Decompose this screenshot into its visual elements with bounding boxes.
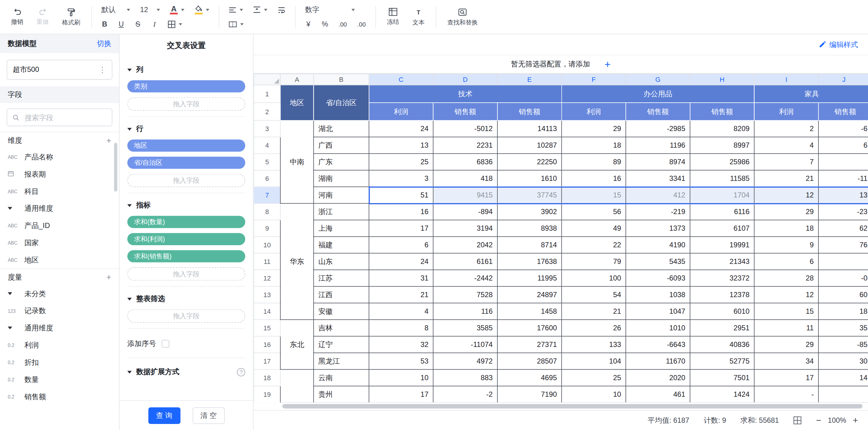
field-item[interactable]: 123记录数: [0, 302, 119, 319]
data-cell[interactable]: 3: [369, 170, 433, 187]
field-item[interactable]: 0.2数量: [0, 371, 119, 388]
field-chip[interactable]: 地区: [127, 140, 245, 152]
field-item[interactable]: ABC地区: [0, 251, 119, 269]
data-cell[interactable]: 1458: [497, 303, 562, 320]
add-filter-icon[interactable]: +: [604, 59, 610, 69]
data-cell[interactable]: [818, 154, 868, 170]
field-chip[interactable]: 省/自治区: [127, 157, 245, 169]
horizontal-align-button[interactable]: [225, 4, 247, 16]
data-cell[interactable]: 13: [818, 187, 868, 204]
province-cell[interactable]: 湖南: [313, 170, 369, 187]
add-sequence-checkbox[interactable]: [162, 340, 169, 347]
data-cell[interactable]: 2020: [626, 369, 690, 386]
data-cell[interactable]: 1373: [626, 220, 690, 237]
switch-model-link[interactable]: 切换: [97, 39, 112, 49]
province-cell[interactable]: 黑龙江: [313, 353, 369, 369]
zoom-in-button[interactable]: +: [853, 416, 858, 425]
data-cell[interactable]: 11585: [690, 170, 754, 187]
data-cell[interactable]: 7528: [433, 286, 497, 303]
data-cell[interactable]: 18: [818, 303, 868, 320]
column-header-G[interactable]: G: [626, 74, 690, 85]
data-cell[interactable]: 133: [561, 336, 626, 353]
row-header-11[interactable]: 11: [254, 253, 280, 270]
field-item[interactable]: 0.2折扣: [0, 354, 119, 371]
data-cell[interactable]: -219: [626, 204, 690, 220]
text-insert-button[interactable]: T 文本: [407, 2, 430, 31]
province-cell[interactable]: 江苏: [313, 270, 369, 286]
data-cell[interactable]: 104: [561, 353, 626, 369]
data-cell[interactable]: 6: [754, 253, 818, 270]
data-cell[interactable]: -2: [433, 386, 497, 402]
data-cell[interactable]: -11074: [433, 336, 497, 353]
data-cell[interactable]: 3902: [497, 204, 562, 220]
data-cell[interactable]: -11: [818, 170, 868, 187]
data-cell[interactable]: 4: [369, 303, 433, 320]
format-painter-button[interactable]: 格式刷: [57, 2, 86, 31]
data-cell[interactable]: 35: [818, 319, 868, 336]
data-cell[interactable]: 62: [818, 220, 868, 237]
row-header-6[interactable]: 6: [254, 170, 280, 187]
field-chip[interactable]: 求和(利润): [127, 233, 245, 245]
select-all-corner[interactable]: [254, 74, 280, 85]
column-header-B[interactable]: B: [313, 74, 369, 85]
data-cell[interactable]: 6116: [690, 204, 754, 220]
find-replace-button[interactable]: 查找和替换: [442, 2, 483, 31]
data-cell[interactable]: 11670: [626, 353, 690, 369]
data-cell[interactable]: 16: [369, 204, 433, 220]
data-cell[interactable]: 29: [561, 121, 626, 137]
data-cell[interactable]: 17: [369, 220, 433, 237]
column-header-H[interactable]: H: [690, 74, 754, 85]
font-family-select[interactable]: 默认: [98, 4, 134, 16]
row-header-9[interactable]: 9: [254, 220, 280, 237]
row-header-15[interactable]: 15: [254, 319, 280, 336]
row-header-10[interactable]: 10: [254, 237, 280, 253]
data-cell[interactable]: 21: [369, 286, 433, 303]
data-cell[interactable]: 32372: [690, 270, 754, 286]
province-cell[interactable]: 广东: [313, 154, 369, 170]
field-chip[interactable]: 求和(数量): [127, 216, 245, 228]
data-cell[interactable]: 29: [754, 336, 818, 353]
more-options-icon[interactable]: ⋮: [98, 65, 106, 74]
data-cell[interactable]: 22250: [497, 154, 562, 170]
data-cell[interactable]: 6010: [690, 303, 754, 320]
data-cell[interactable]: 40836: [690, 336, 754, 353]
edit-style-link[interactable]: 编辑样式: [819, 39, 858, 50]
data-cell[interactable]: 4190: [626, 237, 690, 253]
data-cell[interactable]: 412: [626, 187, 690, 204]
font-size-select[interactable]: 12: [136, 4, 164, 16]
query-button[interactable]: 查 询: [148, 407, 180, 424]
province-cell[interactable]: 广西: [313, 137, 369, 154]
data-cell[interactable]: 7: [754, 154, 818, 170]
underline-button[interactable]: U: [114, 18, 129, 30]
field-chip[interactable]: 求和(销售额): [127, 250, 245, 262]
data-cell[interactable]: 25: [369, 154, 433, 170]
data-cell[interactable]: 28507: [497, 353, 562, 369]
sheet-view-icon[interactable]: [794, 416, 802, 424]
data-cell[interactable]: 17638: [497, 253, 562, 270]
data-cell[interactable]: 6: [818, 137, 868, 154]
drop-field-zone[interactable]: 拖入字段: [127, 309, 245, 323]
number-format-select[interactable]: 数字: [301, 4, 359, 16]
row-header-3[interactable]: 3: [254, 121, 280, 137]
row-header-19[interactable]: 19: [254, 386, 280, 402]
column-header-I[interactable]: I: [754, 74, 818, 85]
data-cell[interactable]: -2442: [433, 270, 497, 286]
data-cell[interactable]: 11995: [497, 270, 562, 286]
redo-button[interactable]: 重做: [31, 2, 54, 31]
data-cell[interactable]: -0: [818, 270, 868, 286]
data-cell[interactable]: 8974: [626, 154, 690, 170]
drop-field-zone[interactable]: 拖入字段: [127, 97, 245, 111]
data-cell[interactable]: 4972: [433, 353, 497, 369]
add-dimension-icon[interactable]: +: [106, 135, 111, 145]
currency-format-button[interactable]: ¥: [301, 18, 316, 30]
data-cell[interactable]: 3194: [433, 220, 497, 237]
data-cell[interactable]: 3341: [626, 170, 690, 187]
data-cell[interactable]: 26: [561, 319, 626, 336]
data-cell[interactable]: 6161: [433, 253, 497, 270]
province-cell[interactable]: 云南: [313, 369, 369, 386]
data-cell[interactable]: 8209: [690, 121, 754, 137]
data-cell[interactable]: 2231: [433, 137, 497, 154]
data-cell[interactable]: 1196: [626, 137, 690, 154]
data-cell[interactable]: 418: [433, 170, 497, 187]
data-cell[interactable]: 54: [561, 286, 626, 303]
